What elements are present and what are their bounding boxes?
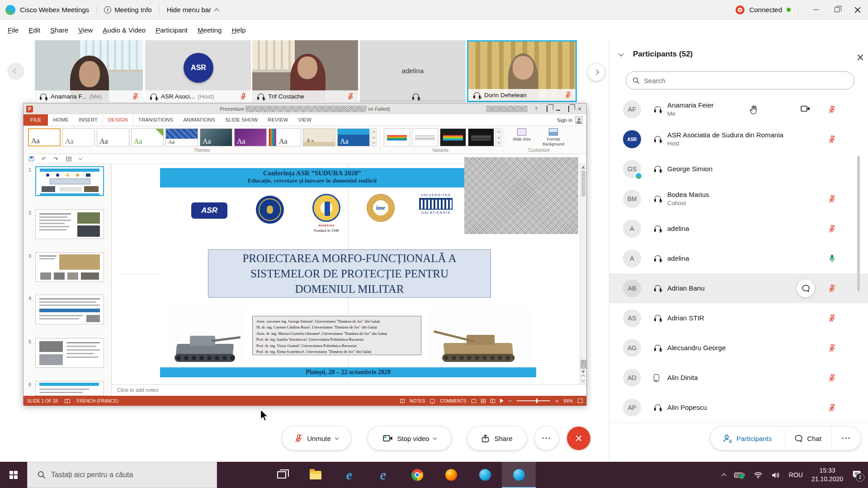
menu-share[interactable]: Share	[45, 26, 73, 34]
close-button[interactable]	[847, 0, 868, 20]
menu-participant[interactable]: Participant	[151, 26, 193, 34]
qat-more-icon[interactable]	[79, 156, 82, 160]
notes-pane[interactable]: Click to add notes	[112, 384, 586, 396]
redo-icon[interactable]: ↷	[54, 156, 58, 162]
theme-tile[interactable]: Aa	[165, 128, 198, 146]
variant-tile[interactable]	[412, 128, 438, 146]
chat-toggle-button[interactable]: Chat	[784, 427, 831, 450]
mic-muted-icon[interactable]	[829, 344, 835, 352]
theme-tile[interactable]: Aa	[131, 128, 164, 146]
menu-file[interactable]: File	[3, 26, 24, 34]
participant-row-anamaria[interactable]: AF Anamaria FeierMe	[609, 94, 868, 124]
taskbar-search[interactable]	[27, 462, 217, 488]
volume-icon[interactable]	[771, 471, 780, 479]
variant-tile[interactable]	[384, 128, 410, 146]
reading-view-icon[interactable]	[491, 399, 495, 403]
taskbar-file-explorer[interactable]	[298, 462, 332, 488]
notes-toggle[interactable]: NOTES	[410, 399, 425, 404]
menu-help[interactable]: Help	[226, 26, 250, 34]
battery-icon[interactable]	[734, 472, 745, 478]
menu-audio-video[interactable]: Audio & Video	[98, 26, 151, 34]
mic-muted-icon[interactable]	[829, 225, 835, 233]
more-options-button[interactable]: ···	[535, 427, 558, 450]
slide-title-box[interactable]: PROIECTAREA MORFO-FUNCȚIONALĂ A SISTEMEL…	[208, 249, 491, 298]
video-tile-adelina[interactable]: adelina	[360, 40, 466, 102]
zoom-level[interactable]: 84%	[564, 399, 573, 404]
mic-muted-icon[interactable]	[829, 284, 835, 293]
tab-animations[interactable]: ANIMATIONS	[178, 114, 220, 126]
chat-with-participant-button[interactable]	[797, 279, 815, 297]
theme-tile[interactable]: Aa	[234, 128, 267, 146]
taskbar-clock[interactable]: 15:33 21.10.2020	[811, 466, 843, 483]
tab-design-active[interactable]: DESIGN	[103, 114, 133, 126]
sign-in-link[interactable]: Sign in	[557, 117, 572, 123]
tab-view[interactable]: VIEW	[293, 114, 316, 126]
save-icon[interactable]	[29, 156, 34, 161]
grid-icon[interactable]	[66, 157, 71, 161]
collapse-chevron-icon[interactable]	[618, 51, 623, 56]
slideshow-icon[interactable]	[500, 399, 504, 403]
mic-muted-icon[interactable]	[829, 404, 835, 412]
participant-row-alin-dinita[interactable]: AD Alin Dinita	[609, 363, 868, 393]
zoom-in-icon[interactable]: +	[555, 398, 559, 404]
mic-muted-icon[interactable]	[829, 135, 835, 144]
ppt-restore-button[interactable]	[564, 106, 574, 112]
taskbar-task-view[interactable]	[264, 462, 298, 488]
strip-next-button[interactable]	[588, 64, 605, 81]
ppt-help-button[interactable]: ?	[531, 106, 541, 112]
menu-view[interactable]: View	[73, 26, 98, 34]
wifi-icon[interactable]	[754, 471, 763, 479]
zoom-slider[interactable]	[517, 400, 550, 401]
tab-review[interactable]: REVIEW	[263, 114, 293, 126]
minimize-button[interactable]	[806, 0, 826, 20]
participant-row-alecsandru[interactable]: AG Alecsandru George	[609, 333, 868, 363]
start-button[interactable]	[0, 462, 27, 488]
variant-tile[interactable]	[440, 128, 466, 146]
video-tile-trif[interactable]: Trif Costache	[252, 40, 358, 102]
taskbar-webex-active[interactable]	[502, 462, 536, 488]
action-center-button[interactable]: 2	[852, 470, 862, 480]
tray-expand-icon[interactable]	[721, 473, 726, 478]
slide-thumbnail-3[interactable]: 3	[35, 252, 107, 282]
scrollbar-thumb[interactable]	[581, 170, 585, 197]
participant-row-george[interactable]: GS George Simion	[609, 154, 868, 184]
restore-button[interactable]	[826, 0, 847, 20]
mic-muted-icon[interactable]	[829, 105, 835, 114]
normal-view-icon[interactable]	[472, 399, 476, 403]
participants-toggle-button[interactable]: Participants	[711, 427, 784, 450]
slide-thumbnail-1[interactable]: 1	[35, 166, 107, 196]
theme-tile[interactable]: Aa	[200, 128, 232, 146]
strip-prev-button[interactable]	[7, 63, 24, 80]
tab-file[interactable]: FILE	[24, 114, 48, 126]
comments-toggle[interactable]: COMMENTS	[440, 399, 466, 404]
theme-tile[interactable]: Aa	[62, 128, 95, 146]
slide-thumbnail-4[interactable]: 4	[35, 295, 107, 324]
mic-muted-icon[interactable]	[829, 374, 835, 382]
participant-row-bodea[interactable]: BM Bodea MariusCohost	[609, 184, 868, 214]
participant-row-adrian-stir[interactable]: AS Adrian STIR	[609, 303, 868, 333]
unmute-options-icon[interactable]	[335, 436, 339, 439]
fit-to-window-icon[interactable]	[578, 399, 583, 403]
participant-row-adelina1[interactable]: A adelina	[609, 214, 868, 244]
participant-row-adelina2[interactable]: A adelina	[609, 244, 868, 273]
participant-search[interactable]	[626, 71, 854, 89]
search-input[interactable]	[644, 77, 848, 84]
theme-tile[interactable]: Aa	[303, 128, 335, 146]
mic-on-icon[interactable]	[829, 254, 835, 263]
taskbar-webex[interactable]	[468, 462, 502, 488]
format-background-button[interactable]: Format Background	[539, 128, 568, 150]
unmute-button[interactable]: Unmute	[282, 427, 351, 450]
more-panels-button[interactable]: ···	[832, 427, 861, 450]
slide-thumbnail-5[interactable]: 5	[35, 338, 107, 368]
participant-row-alin-popescu[interactable]: AP Alin Popescu	[609, 393, 868, 422]
theme-tile[interactable]: Aa	[337, 128, 370, 146]
hide-menu-bar-button[interactable]: Hide menu bar	[167, 6, 211, 14]
taskbar-chrome[interactable]	[400, 462, 434, 488]
ppt-ribbon-options-button[interactable]	[542, 106, 552, 112]
mic-muted-icon[interactable]	[829, 195, 835, 203]
ppt-minimize-button[interactable]	[553, 106, 563, 112]
taskbar-edge[interactable]	[332, 462, 366, 488]
mic-muted-icon[interactable]	[829, 314, 835, 323]
meeting-info-button[interactable]: Meeting Info	[114, 6, 152, 14]
video-options-icon[interactable]	[433, 436, 437, 439]
